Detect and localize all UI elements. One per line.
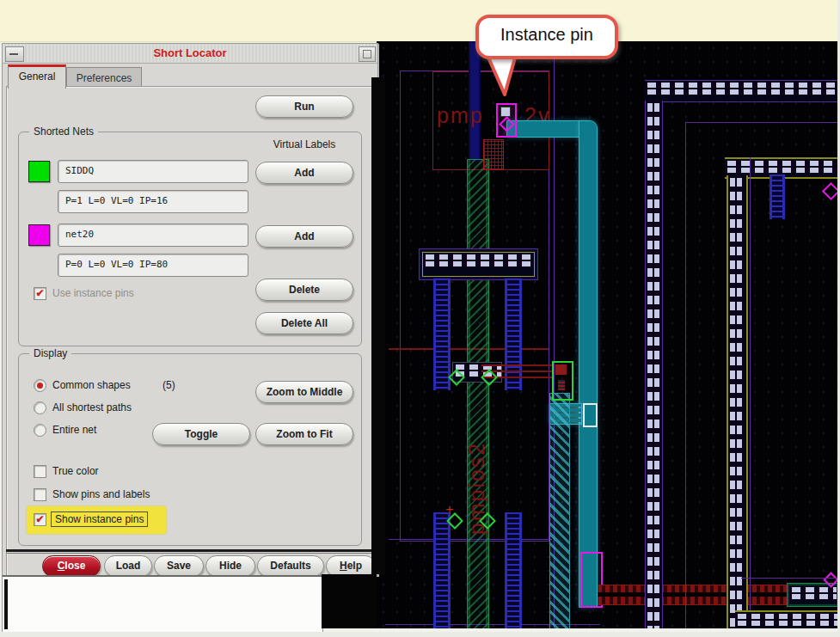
radio-all-shortest-paths[interactable]: [34, 401, 46, 414]
net1-name-field[interactable]: SIDDQ: [58, 160, 248, 183]
defaults-button[interactable]: Defaults: [257, 555, 324, 577]
padring-top-pin-row: [645, 80, 837, 102]
use-instance-pins-checkbox[interactable]: ✔: [34, 287, 46, 300]
show-instance-pins-checkbox[interactable]: ✔: [34, 513, 46, 526]
true-color-label: True color: [52, 465, 99, 477]
screenshot-root: pmp 2v pmpios2: [0, 0, 840, 637]
pin-bar-component: [419, 248, 538, 280]
show-instance-pins-label: Show instance pins: [51, 511, 148, 527]
padring-inner-purple-outline: [685, 122, 837, 628]
bottom-black-patch: [322, 574, 377, 628]
green-box-red-fill: [555, 364, 567, 375]
radio-entire-net[interactable]: [34, 424, 46, 437]
blue-ladder-right-lower: [505, 512, 522, 628]
canvas-left-gap: [371, 77, 385, 574]
net2-stats-field: P=0 L=0 VL=0 IP=80: [58, 254, 248, 277]
green-highlight-box: [552, 361, 573, 401]
cell-name-left: pmp: [437, 103, 484, 128]
radio-dot-icon: [37, 383, 43, 389]
delete-button[interactable]: Delete: [255, 279, 353, 301]
footer-separator-shadow: [6, 553, 374, 554]
virtual-labels-heading: Virtual Labels: [257, 138, 352, 150]
green-box-contacts: [558, 380, 565, 390]
footer-separator: [6, 549, 374, 552]
inner-purple-line: [750, 157, 751, 628]
net1-stats-field: P=1 L=0 VL=0 IP=16: [58, 190, 248, 213]
radio-common-shapes-label: Common shapes: [52, 379, 131, 391]
use-instance-pins-label: Use instance pins: [52, 287, 134, 299]
net2-add-button[interactable]: Add: [255, 225, 353, 248]
load-button[interactable]: Load: [104, 555, 152, 577]
cell-name-vertical: pmpios2: [464, 394, 490, 583]
inner-blue-ladder: [769, 175, 785, 219]
radio-common-shapes[interactable]: [34, 379, 46, 392]
inner-left-pin-column: [727, 175, 748, 628]
top-background-band: [0, 0, 840, 42]
maximize-icon: [363, 50, 371, 58]
true-color-checkbox[interactable]: [34, 465, 46, 478]
instance-pin[interactable]: [496, 103, 517, 138]
show-pins-labels-label: Show pins and labels: [52, 488, 150, 500]
close-button[interactable]: Close: [42, 555, 101, 577]
shorted-nets-group-label: Shorted Nets: [29, 126, 98, 138]
net1-add-button[interactable]: Add: [255, 162, 353, 184]
toggle-button[interactable]: Toggle: [152, 423, 250, 445]
blue-ladder-left-upper: [433, 279, 451, 390]
zoom-to-middle-button[interactable]: Zoom to Middle: [255, 381, 353, 403]
radio-all-shortest-paths-label: All shortest paths: [52, 401, 132, 413]
padring-left-pin-column: [645, 101, 663, 628]
short-locator-dialog: Short Locator General Preferences Run Sh…: [2, 43, 378, 576]
short-trace-vertical: [579, 121, 597, 607]
instance-pin-callout: Instance pin: [475, 15, 618, 59]
tab-general[interactable]: General: [8, 64, 66, 89]
output-panel-cursor: [4, 579, 8, 629]
dialog-title: Short Locator: [3, 44, 377, 63]
red-via-array: [483, 139, 504, 170]
run-button[interactable]: Run: [255, 95, 353, 118]
output-panel[interactable]: [2, 575, 323, 634]
display-group-label: Display: [29, 347, 71, 359]
minimize-icon: [9, 53, 18, 55]
tab-general-label: General: [19, 70, 56, 83]
pin-bar-pins: [422, 252, 535, 277]
common-shapes-count: (5): [162, 379, 175, 391]
inner-bottom-pin-row: [735, 610, 837, 628]
blue-ladder-left-lower: [433, 512, 451, 628]
layout-canvas[interactable]: pmp 2v pmpios2: [377, 41, 837, 628]
cyan-hatched-net: [549, 393, 570, 628]
bottom-border-strip: [0, 632, 840, 637]
tab-preferences-label: Preferences: [77, 72, 132, 84]
instance-pin-diamond-icon: [499, 116, 514, 132]
instance-pin-contact: [500, 107, 511, 117]
tab-preferences[interactable]: Preferences: [66, 67, 142, 87]
hide-button[interactable]: Hide: [205, 555, 255, 577]
net1-color-swatch[interactable]: [28, 161, 50, 182]
dialog-titlebar[interactable]: Short Locator: [3, 44, 377, 64]
show-pins-labels-checkbox[interactable]: [34, 488, 46, 501]
zoom-to-fit-button[interactable]: Zoom to Fit: [255, 423, 353, 445]
inner-purple-hline: [741, 578, 837, 579]
minimize-button[interactable]: [5, 46, 24, 62]
instance-pin-callout-text: Instance pin: [479, 18, 615, 51]
net2-color-swatch[interactable]: [28, 224, 50, 246]
net2-name-field[interactable]: net20: [58, 224, 248, 247]
delete-all-button[interactable]: Delete All: [255, 312, 353, 334]
save-button[interactable]: Save: [154, 555, 204, 577]
maximize-button[interactable]: [359, 46, 376, 62]
trace-selection-handle: [583, 403, 598, 427]
radio-entire-net-label: Entire net: [52, 424, 96, 436]
metal-navy-band: [469, 41, 481, 162]
